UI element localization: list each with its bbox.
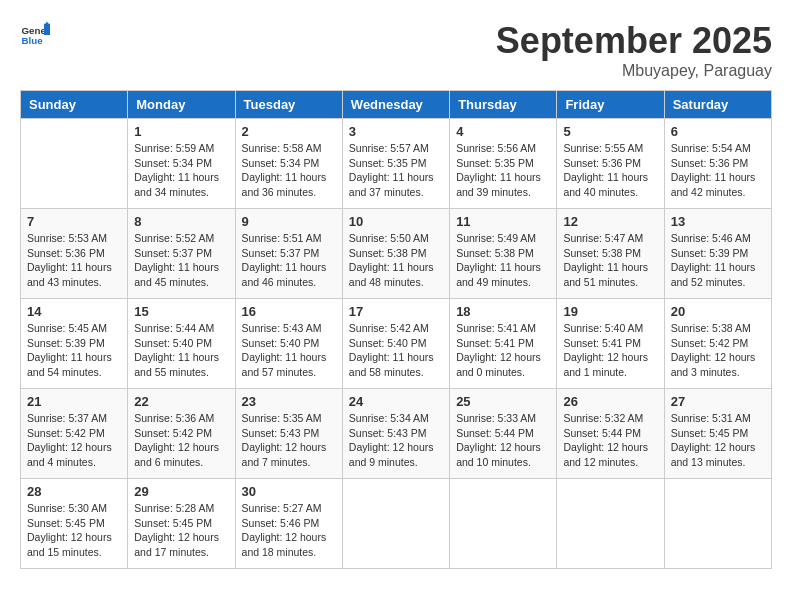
- cell-info: Sunrise: 5:54 AM Sunset: 5:36 PM Dayligh…: [671, 141, 765, 200]
- day-number: 21: [27, 394, 121, 409]
- day-number: 22: [134, 394, 228, 409]
- cell-w5-d3: 30Sunrise: 5:27 AM Sunset: 5:46 PM Dayli…: [235, 479, 342, 569]
- day-number: 1: [134, 124, 228, 139]
- cell-w2-d6: 12Sunrise: 5:47 AM Sunset: 5:38 PM Dayli…: [557, 209, 664, 299]
- col-saturday: Saturday: [664, 91, 771, 119]
- title-section: September 2025 Mbuyapey, Paraguay: [496, 20, 772, 80]
- day-number: 6: [671, 124, 765, 139]
- col-wednesday: Wednesday: [342, 91, 449, 119]
- cell-w3-d3: 16Sunrise: 5:43 AM Sunset: 5:40 PM Dayli…: [235, 299, 342, 389]
- cell-info: Sunrise: 5:55 AM Sunset: 5:36 PM Dayligh…: [563, 141, 657, 200]
- cell-info: Sunrise: 5:40 AM Sunset: 5:41 PM Dayligh…: [563, 321, 657, 380]
- cell-w2-d2: 8Sunrise: 5:52 AM Sunset: 5:37 PM Daylig…: [128, 209, 235, 299]
- week-row-3: 14Sunrise: 5:45 AM Sunset: 5:39 PM Dayli…: [21, 299, 772, 389]
- day-number: 15: [134, 304, 228, 319]
- cell-w1-d4: 3Sunrise: 5:57 AM Sunset: 5:35 PM Daylig…: [342, 119, 449, 209]
- cell-w1-d5: 4Sunrise: 5:56 AM Sunset: 5:35 PM Daylig…: [450, 119, 557, 209]
- day-number: 3: [349, 124, 443, 139]
- week-row-4: 21Sunrise: 5:37 AM Sunset: 5:42 PM Dayli…: [21, 389, 772, 479]
- cell-info: Sunrise: 5:41 AM Sunset: 5:41 PM Dayligh…: [456, 321, 550, 380]
- cell-w1-d7: 6Sunrise: 5:54 AM Sunset: 5:36 PM Daylig…: [664, 119, 771, 209]
- col-thursday: Thursday: [450, 91, 557, 119]
- cell-info: Sunrise: 5:46 AM Sunset: 5:39 PM Dayligh…: [671, 231, 765, 290]
- cell-w5-d5: [450, 479, 557, 569]
- cell-info: Sunrise: 5:36 AM Sunset: 5:42 PM Dayligh…: [134, 411, 228, 470]
- day-number: 23: [242, 394, 336, 409]
- cell-info: Sunrise: 5:57 AM Sunset: 5:35 PM Dayligh…: [349, 141, 443, 200]
- cell-info: Sunrise: 5:37 AM Sunset: 5:42 PM Dayligh…: [27, 411, 121, 470]
- cell-info: Sunrise: 5:43 AM Sunset: 5:40 PM Dayligh…: [242, 321, 336, 380]
- location-subtitle: Mbuyapey, Paraguay: [496, 62, 772, 80]
- week-row-1: 1Sunrise: 5:59 AM Sunset: 5:34 PM Daylig…: [21, 119, 772, 209]
- day-number: 29: [134, 484, 228, 499]
- cell-info: Sunrise: 5:38 AM Sunset: 5:42 PM Dayligh…: [671, 321, 765, 380]
- day-number: 8: [134, 214, 228, 229]
- cell-w3-d6: 19Sunrise: 5:40 AM Sunset: 5:41 PM Dayli…: [557, 299, 664, 389]
- cell-info: Sunrise: 5:50 AM Sunset: 5:38 PM Dayligh…: [349, 231, 443, 290]
- cell-info: Sunrise: 5:34 AM Sunset: 5:43 PM Dayligh…: [349, 411, 443, 470]
- cell-w3-d7: 20Sunrise: 5:38 AM Sunset: 5:42 PM Dayli…: [664, 299, 771, 389]
- cell-info: Sunrise: 5:32 AM Sunset: 5:44 PM Dayligh…: [563, 411, 657, 470]
- cell-w1-d3: 2Sunrise: 5:58 AM Sunset: 5:34 PM Daylig…: [235, 119, 342, 209]
- logo: General Blue: [20, 20, 50, 50]
- cell-info: Sunrise: 5:45 AM Sunset: 5:39 PM Dayligh…: [27, 321, 121, 380]
- cell-w4-d3: 23Sunrise: 5:35 AM Sunset: 5:43 PM Dayli…: [235, 389, 342, 479]
- day-number: 7: [27, 214, 121, 229]
- cell-info: Sunrise: 5:56 AM Sunset: 5:35 PM Dayligh…: [456, 141, 550, 200]
- col-friday: Friday: [557, 91, 664, 119]
- calendar-table: Sunday Monday Tuesday Wednesday Thursday…: [20, 90, 772, 569]
- day-number: 16: [242, 304, 336, 319]
- cell-info: Sunrise: 5:44 AM Sunset: 5:40 PM Dayligh…: [134, 321, 228, 380]
- header-row: Sunday Monday Tuesday Wednesday Thursday…: [21, 91, 772, 119]
- cell-info: Sunrise: 5:58 AM Sunset: 5:34 PM Dayligh…: [242, 141, 336, 200]
- day-number: 27: [671, 394, 765, 409]
- day-number: 18: [456, 304, 550, 319]
- day-number: 30: [242, 484, 336, 499]
- cell-w4-d4: 24Sunrise: 5:34 AM Sunset: 5:43 PM Dayli…: [342, 389, 449, 479]
- day-number: 4: [456, 124, 550, 139]
- day-number: 9: [242, 214, 336, 229]
- cell-info: Sunrise: 5:47 AM Sunset: 5:38 PM Dayligh…: [563, 231, 657, 290]
- day-number: 13: [671, 214, 765, 229]
- day-number: 10: [349, 214, 443, 229]
- day-number: 17: [349, 304, 443, 319]
- cell-w2-d3: 9Sunrise: 5:51 AM Sunset: 5:37 PM Daylig…: [235, 209, 342, 299]
- cell-info: Sunrise: 5:52 AM Sunset: 5:37 PM Dayligh…: [134, 231, 228, 290]
- cell-w5-d7: [664, 479, 771, 569]
- header: General Blue September 2025 Mbuyapey, Pa…: [20, 20, 772, 80]
- cell-info: Sunrise: 5:33 AM Sunset: 5:44 PM Dayligh…: [456, 411, 550, 470]
- col-tuesday: Tuesday: [235, 91, 342, 119]
- cell-info: Sunrise: 5:42 AM Sunset: 5:40 PM Dayligh…: [349, 321, 443, 380]
- week-row-5: 28Sunrise: 5:30 AM Sunset: 5:45 PM Dayli…: [21, 479, 772, 569]
- cell-w3-d1: 14Sunrise: 5:45 AM Sunset: 5:39 PM Dayli…: [21, 299, 128, 389]
- cell-info: Sunrise: 5:35 AM Sunset: 5:43 PM Dayligh…: [242, 411, 336, 470]
- day-number: 20: [671, 304, 765, 319]
- cell-w4-d7: 27Sunrise: 5:31 AM Sunset: 5:45 PM Dayli…: [664, 389, 771, 479]
- day-number: 14: [27, 304, 121, 319]
- cell-info: Sunrise: 5:27 AM Sunset: 5:46 PM Dayligh…: [242, 501, 336, 560]
- cell-w4-d6: 26Sunrise: 5:32 AM Sunset: 5:44 PM Dayli…: [557, 389, 664, 479]
- day-number: 25: [456, 394, 550, 409]
- cell-info: Sunrise: 5:53 AM Sunset: 5:36 PM Dayligh…: [27, 231, 121, 290]
- day-number: 12: [563, 214, 657, 229]
- cell-info: Sunrise: 5:28 AM Sunset: 5:45 PM Dayligh…: [134, 501, 228, 560]
- cell-w2-d4: 10Sunrise: 5:50 AM Sunset: 5:38 PM Dayli…: [342, 209, 449, 299]
- cell-w5-d4: [342, 479, 449, 569]
- day-number: 11: [456, 214, 550, 229]
- cell-w4-d1: 21Sunrise: 5:37 AM Sunset: 5:42 PM Dayli…: [21, 389, 128, 479]
- cell-w1-d1: [21, 119, 128, 209]
- svg-text:Blue: Blue: [22, 35, 44, 46]
- cell-info: Sunrise: 5:30 AM Sunset: 5:45 PM Dayligh…: [27, 501, 121, 560]
- day-number: 26: [563, 394, 657, 409]
- cell-w5-d2: 29Sunrise: 5:28 AM Sunset: 5:45 PM Dayli…: [128, 479, 235, 569]
- logo-icon: General Blue: [20, 20, 50, 50]
- month-title: September 2025: [496, 20, 772, 62]
- cell-w3-d2: 15Sunrise: 5:44 AM Sunset: 5:40 PM Dayli…: [128, 299, 235, 389]
- cell-w4-d2: 22Sunrise: 5:36 AM Sunset: 5:42 PM Dayli…: [128, 389, 235, 479]
- day-number: 28: [27, 484, 121, 499]
- cell-w2-d1: 7Sunrise: 5:53 AM Sunset: 5:36 PM Daylig…: [21, 209, 128, 299]
- day-number: 2: [242, 124, 336, 139]
- cell-info: Sunrise: 5:49 AM Sunset: 5:38 PM Dayligh…: [456, 231, 550, 290]
- cell-w3-d5: 18Sunrise: 5:41 AM Sunset: 5:41 PM Dayli…: [450, 299, 557, 389]
- col-monday: Monday: [128, 91, 235, 119]
